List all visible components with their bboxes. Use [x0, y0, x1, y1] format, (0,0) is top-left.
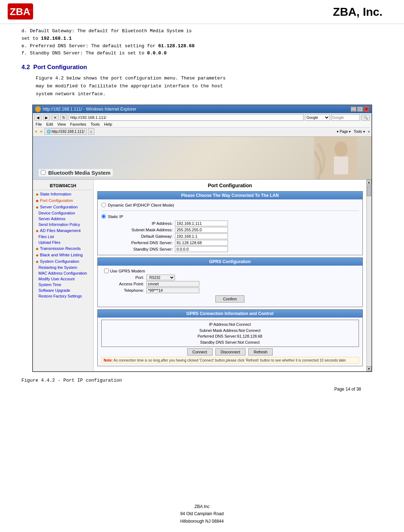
scroll-up-arrow[interactable]: ▲ — [366, 180, 371, 185]
browser-window-controls[interactable]: _ □ ✕ — [351, 107, 369, 112]
arrow-icon-blackwhite: ◆ — [36, 253, 39, 257]
favorites-star2: ★ — [39, 129, 43, 134]
sidebar-subitem-server-address[interactable]: Server Address — [33, 216, 93, 222]
gateway-input[interactable] — [175, 233, 228, 239]
figure-caption: Figure 4.4.2 - Port IP configuration — [21, 378, 383, 383]
sidebar-subitem-restore[interactable]: Restore Factory Settings — [33, 293, 93, 299]
minimize-button[interactable]: _ — [351, 107, 356, 112]
menu-tools[interactable]: Tools — [91, 122, 100, 126]
sidebar-subitem-software-upgrade[interactable]: Software Upgrade — [33, 287, 93, 293]
sidebar-item-sysconfig[interactable]: ◆ System Configuration — [33, 258, 93, 265]
forward-button[interactable]: ▶ — [43, 114, 50, 121]
stop-button[interactable]: ✕ — [52, 114, 59, 121]
lan-config-body: Dynamic Get IP(DHCP Client Mode) Static … — [98, 199, 362, 255]
browser-content: Bluetooth Media System — [33, 137, 371, 371]
gprs-access-input[interactable] — [146, 281, 199, 287]
connect-button[interactable]: Connect — [187, 348, 213, 356]
close-button[interactable]: ✕ — [364, 107, 369, 112]
ip-address-label: IP Address: — [101, 221, 173, 226]
menu-favorites[interactable]: Favorites — [70, 122, 86, 126]
disconnect-button[interactable]: Disconnect — [215, 348, 245, 356]
sidebar-subitem-mac[interactable]: MAC Address Configuration — [33, 270, 93, 276]
search-engine-select[interactable]: Google — [305, 114, 330, 121]
gateway-row: Default Gateway: — [101, 233, 359, 239]
use-gprs-checkbox[interactable] — [104, 269, 109, 273]
home-button[interactable]: ⌂ — [88, 128, 94, 135]
sidebar-subitem-modify-user[interactable]: Modify User Account — [33, 276, 93, 282]
footer-city: Hillsborough NJ 08844 — [0, 518, 404, 525]
arrow-icon-state: ◆ — [36, 192, 39, 196]
restore-button[interactable]: □ — [357, 107, 363, 112]
dhcp-label: Dynamic Get IP(DHCP Client Mode) — [108, 203, 174, 207]
sidebar-subitem-device-config[interactable]: Device Configuration — [33, 210, 93, 216]
sidebar-subitem-system-time[interactable]: System Time — [33, 282, 93, 287]
main-config-content: Port Configuration Please Choose The Way… — [94, 180, 366, 371]
back-button[interactable]: ◀ — [34, 114, 42, 121]
content-row: BTGW04C1H ◆ State Information ◆ Port Con… — [33, 180, 371, 371]
dhcp-radio-row: Dynamic Get IP(DHCP Client Mode) — [101, 202, 359, 208]
gprs-port-label: Port: — [101, 275, 144, 280]
sidebar-item-blackwhite[interactable]: ◆ Black and White Listing — [33, 252, 93, 258]
note-content: As connection time is so long,after you … — [113, 358, 346, 362]
static-ip-radio[interactable] — [101, 214, 106, 219]
address-display[interactable]: 🌐 http://192.168.1.111/ — [44, 128, 87, 135]
sidebar: BTGW04C1H ◆ State Information ◆ Port Con… — [33, 180, 94, 371]
dhcp-radio[interactable] — [101, 203, 106, 207]
menu-file[interactable]: File — [36, 122, 42, 126]
sidebar-item-server[interactable]: ◆ Server Configuration — [33, 204, 93, 210]
menu-view[interactable]: View — [57, 122, 66, 126]
browser-favicon — [35, 106, 41, 112]
conn-standby-dns: Standby DNS Server:Not Connect — [104, 339, 356, 345]
port-config-title: Port Configuration — [97, 183, 363, 188]
search-button[interactable]: 🔍 — [361, 114, 370, 121]
svg-rect-5 — [334, 156, 348, 174]
page-footer: ZBA Inc 94 Old Camplain Road Hillsboroug… — [0, 503, 404, 525]
connection-info: IP Address:Not Connect Subnet Mask Addre… — [101, 320, 359, 347]
sidebar-item-port[interactable]: ◆ Port Configuration — [33, 197, 93, 204]
preferred-dns-input[interactable] — [175, 240, 228, 246]
browser-window: http://192.168.1.111/ - Windows Internet… — [32, 105, 372, 372]
lan-config-box: Please Choose The Way Connected To The L… — [97, 191, 363, 255]
confirm-button[interactable]: Confirm — [215, 295, 244, 303]
static-ip-label: Static IP — [108, 214, 123, 219]
scroll-thumb[interactable] — [367, 185, 371, 196]
svg-point-4 — [335, 141, 347, 157]
refresh-button[interactable]: Refresh — [248, 348, 273, 356]
footer-address: 94 Old Camplain Road — [0, 510, 404, 517]
sidebar-item-ad-files[interactable]: ◆ AD Files Management — [33, 227, 93, 234]
gprs-access-label: Access Point: — [101, 282, 144, 286]
static-ip-radio-row: Static IP — [101, 213, 359, 220]
standby-dns-input[interactable] — [175, 246, 228, 252]
gprs-phone-input[interactable] — [146, 287, 199, 293]
scrollbar[interactable]: ▲ ▼ — [366, 180, 371, 371]
arrow-icon-transmission: ◆ — [36, 247, 39, 251]
search-input[interactable] — [331, 114, 360, 121]
gprs-port-select[interactable]: RS232 — [146, 275, 175, 280]
subnet-input[interactable] — [175, 227, 228, 233]
browser-menu: File Edit View Favorites Tools Help — [34, 121, 370, 127]
sidebar-device-id: BTGW04C1H — [33, 181, 93, 190]
standby-dns-row: Standby DNS Server: — [101, 246, 359, 252]
gprs-phone-row: Telephone: — [101, 287, 359, 293]
sidebar-subitem-files-list[interactable]: Files List — [33, 234, 93, 240]
sidebar-subitem-send-info[interactable]: Send Information Policy — [33, 222, 93, 227]
gprs-phone-label: Telephone: — [101, 288, 144, 292]
scroll-down-arrow[interactable]: ▼ — [366, 366, 371, 371]
sidebar-item-state[interactable]: ◆ State Information — [33, 191, 93, 197]
company-logo: ZBA — [7, 3, 47, 21]
ip-address-input[interactable] — [175, 221, 228, 226]
bms-checkbox[interactable] — [41, 170, 45, 175]
sidebar-subitem-upload-files[interactable]: Upload Files — [33, 240, 93, 245]
address-bar[interactable] — [69, 114, 303, 121]
gprs-conn-box: GPRS Connection Information and Control … — [97, 309, 363, 366]
use-gprs-row: Use GPRS Modem — [101, 268, 359, 274]
section-description: Figure 4.2 below shows the port configur… — [36, 74, 383, 98]
browser-title: http://192.168.1.111/ - Windows Internet… — [43, 107, 136, 112]
gprs-conn-body: IP Address:Not Connect Subnet Mask Addre… — [98, 318, 362, 366]
sidebar-subitem-restart[interactable]: Restarting the System — [33, 265, 93, 270]
page-header: ZBA ZBA, Inc. — [0, 0, 404, 24]
menu-edit[interactable]: Edit — [46, 122, 53, 126]
sidebar-item-transmission[interactable]: ◆ Transmission Records — [33, 245, 93, 252]
reload-button[interactable]: ↻ — [60, 114, 67, 121]
menu-help[interactable]: Help — [104, 122, 112, 126]
